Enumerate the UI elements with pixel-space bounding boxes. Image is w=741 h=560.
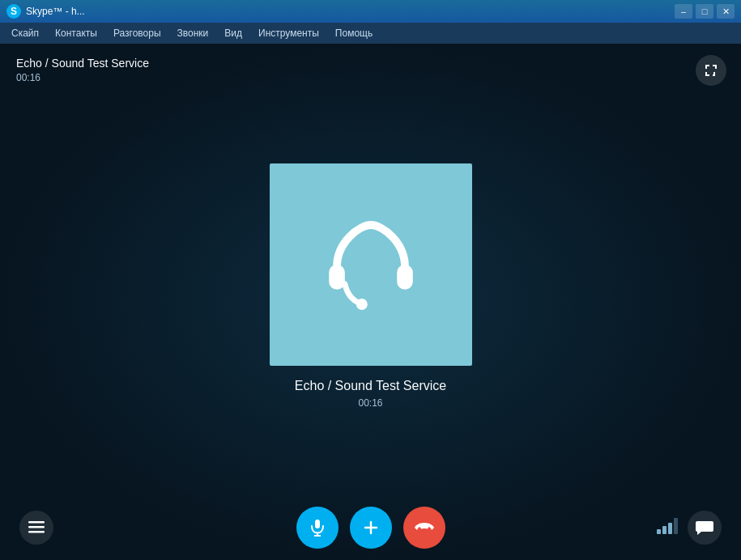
svg-rect-14 — [674, 518, 678, 534]
expand-button[interactable] — [696, 55, 726, 86]
minimize-button[interactable]: – — [675, 4, 692, 19]
call-timer: 00:16 — [16, 72, 149, 83]
call-contact-name: Echo / Sound Test Service — [16, 57, 149, 70]
bottom-bar — [0, 495, 741, 560]
svg-rect-12 — [662, 526, 666, 534]
titlebar: S Skype™ - h... – □ ✕ — [0, 0, 741, 23]
avatar-timer: 00:16 — [358, 397, 382, 409]
menu-item-view[interactable]: Вид — [216, 24, 250, 42]
menu-item-contacts[interactable]: Контакты — [47, 24, 105, 42]
menu-item-skype[interactable]: Скайп — [3, 24, 47, 42]
signal-bars-icon — [657, 518, 678, 538]
chat-icon — [696, 520, 713, 536]
expand-icon — [704, 63, 718, 78]
svg-rect-13 — [668, 523, 672, 534]
svg-rect-4 — [28, 526, 45, 528]
menu-item-conversations[interactable]: Разговоры — [105, 24, 169, 42]
microphone-icon — [308, 518, 327, 537]
svg-rect-3 — [28, 521, 45, 524]
avatar-name: Echo / Sound Test Service — [295, 379, 446, 393]
call-info: Echo / Sound Test Service 00:16 — [16, 57, 149, 83]
call-area: Echo / Sound Test Service 00:16 Ec — [0, 44, 741, 560]
mute-button[interactable] — [296, 507, 339, 549]
skype-logo-icon: S — [6, 4, 21, 19]
menu-list-button[interactable] — [19, 511, 53, 545]
list-icon — [28, 521, 45, 534]
titlebar-title: Skype™ - h... — [26, 6, 85, 17]
close-button[interactable]: ✕ — [717, 4, 735, 19]
maximize-button[interactable]: □ — [696, 4, 713, 19]
hangup-icon — [413, 520, 436, 535]
menu-item-calls[interactable]: Звонки — [169, 24, 217, 42]
chat-button[interactable] — [688, 511, 722, 545]
bottom-right — [657, 511, 722, 545]
menu-item-tools[interactable]: Инструменты — [250, 24, 327, 42]
hangup-button[interactable] — [403, 507, 445, 549]
avatar-container: Echo / Sound Test Service 00:16 — [270, 163, 472, 409]
menubar: Скайп Контакты Разговоры Звонки Вид Инст… — [0, 23, 741, 44]
signal-icon — [657, 518, 678, 534]
svg-point-2 — [356, 299, 367, 310]
svg-rect-5 — [28, 531, 45, 533]
add-icon — [361, 518, 381, 537]
add-button[interactable] — [350, 507, 392, 549]
bottom-center — [296, 507, 445, 549]
svg-rect-1 — [397, 265, 413, 290]
bottom-left — [19, 511, 53, 545]
menu-item-help[interactable]: Помощь — [327, 24, 381, 42]
titlebar-left: S Skype™ - h... — [6, 4, 85, 19]
svg-rect-6 — [315, 520, 320, 528]
headset-icon — [314, 208, 428, 321]
titlebar-controls: – □ ✕ — [675, 4, 735, 19]
avatar-box — [270, 163, 472, 366]
svg-rect-11 — [657, 529, 661, 534]
